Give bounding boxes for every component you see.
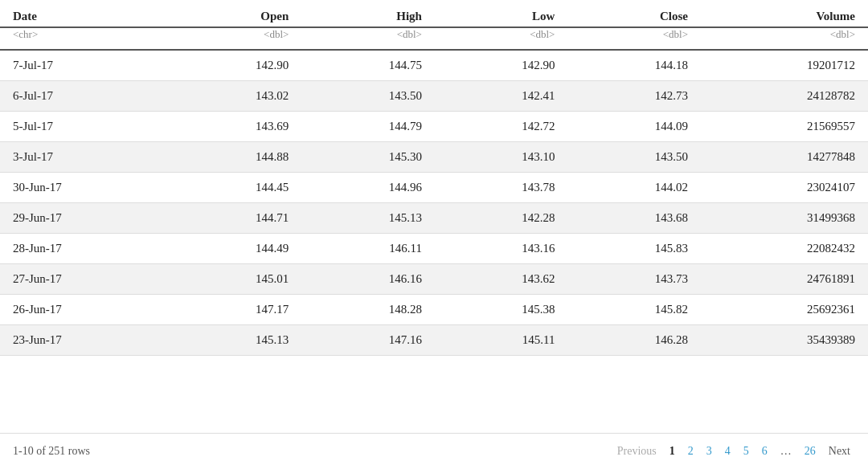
cell-5: 25692361: [701, 295, 868, 325]
cell-5: 24761891: [701, 264, 868, 295]
cell-4: 143.68: [567, 203, 701, 234]
cell-0: 5-Jul-17: [0, 112, 169, 142]
cell-3: 142.28: [435, 203, 568, 234]
cell-5: 19201712: [701, 50, 868, 81]
table-row: 3-Jul-17144.88145.30143.10143.5014277848: [0, 142, 868, 173]
table-body: 7-Jul-17142.90144.75142.90144.1819201712…: [0, 50, 868, 356]
cell-4: 144.09: [567, 112, 701, 142]
cell-3: 143.10: [435, 142, 568, 173]
table-row: 23-Jun-17145.13147.16145.11146.283543938…: [0, 325, 868, 356]
col-high: High: [301, 0, 435, 27]
cell-3: 143.62: [435, 264, 568, 295]
page-3[interactable]: 3: [702, 443, 717, 459]
data-table: Date Open High Low Close Volume <chr> <d…: [0, 0, 868, 356]
cell-1: 144.88: [169, 142, 302, 173]
cell-2: 145.13: [301, 203, 435, 234]
cell-5: 24128782: [701, 81, 868, 112]
cell-4: 144.18: [567, 50, 701, 81]
cell-3: 145.11: [435, 325, 568, 356]
cell-3: 142.41: [435, 81, 568, 112]
cell-2: 143.50: [301, 81, 435, 112]
page-5[interactable]: 5: [739, 443, 754, 459]
cell-2: 144.96: [301, 173, 435, 203]
table-row: 7-Jul-17142.90144.75142.90144.1819201712: [0, 50, 868, 81]
subtype-volume: <dbl>: [701, 27, 868, 50]
cell-3: 142.90: [435, 50, 568, 81]
col-open: Open: [169, 0, 302, 27]
subtype-date: <chr>: [0, 27, 169, 50]
next-button[interactable]: Next: [824, 443, 855, 459]
table-container: Date Open High Low Close Volume <chr> <d…: [0, 0, 868, 433]
cell-0: 28-Jun-17: [0, 234, 169, 264]
cell-2: 144.79: [301, 112, 435, 142]
cell-1: 143.02: [169, 81, 302, 112]
cell-1: 145.13: [169, 325, 302, 356]
page-6[interactable]: 6: [757, 443, 772, 459]
subtype-low: <dbl>: [435, 27, 568, 50]
subtype-open: <dbl>: [169, 27, 302, 50]
table-row: 5-Jul-17143.69144.79142.72144.0921569557: [0, 112, 868, 142]
col-low: Low: [435, 0, 568, 27]
cell-5: 22082432: [701, 234, 868, 264]
cell-0: 29-Jun-17: [0, 203, 169, 234]
cell-0: 30-Jun-17: [0, 173, 169, 203]
cell-2: 146.16: [301, 264, 435, 295]
cell-0: 6-Jul-17: [0, 81, 169, 112]
cell-5: 21569557: [701, 112, 868, 142]
table-row: 29-Jun-17144.71145.13142.28143.683149936…: [0, 203, 868, 234]
subtype-high: <dbl>: [301, 27, 435, 50]
table-row: 27-Jun-17145.01146.16143.62143.732476189…: [0, 264, 868, 295]
cell-5: 14277848: [701, 142, 868, 173]
cell-3: 143.16: [435, 234, 568, 264]
cell-4: 143.73: [567, 264, 701, 295]
cell-4: 143.50: [567, 142, 701, 173]
page-last[interactable]: 26: [800, 443, 821, 459]
cell-0: 27-Jun-17: [0, 264, 169, 295]
cell-1: 142.90: [169, 50, 302, 81]
cell-3: 142.72: [435, 112, 568, 142]
cell-3: 145.38: [435, 295, 568, 325]
cell-2: 145.30: [301, 142, 435, 173]
table-row: 30-Jun-17144.45144.96143.78144.022302410…: [0, 173, 868, 203]
previous-button[interactable]: Previous: [612, 443, 661, 459]
page-1[interactable]: 1: [665, 443, 680, 459]
cell-0: 3-Jul-17: [0, 142, 169, 173]
cell-4: 146.28: [567, 325, 701, 356]
cell-5: 31499368: [701, 203, 868, 234]
table-footer: 1-10 of 251 rows Previous 1 2 3 4 5 6 … …: [0, 433, 868, 469]
cell-4: 144.02: [567, 173, 701, 203]
rows-info: 1-10 of 251 rows: [13, 445, 612, 458]
col-close: Close: [567, 0, 701, 27]
cell-4: 145.82: [567, 295, 701, 325]
cell-2: 147.16: [301, 325, 435, 356]
cell-1: 144.49: [169, 234, 302, 264]
page-2[interactable]: 2: [683, 443, 698, 459]
cell-1: 144.45: [169, 173, 302, 203]
pagination: Previous 1 2 3 4 5 6 … 26 Next: [612, 443, 855, 459]
col-date: Date: [0, 0, 169, 27]
cell-4: 145.83: [567, 234, 701, 264]
cell-1: 143.69: [169, 112, 302, 142]
cell-0: 26-Jun-17: [0, 295, 169, 325]
table-row: 26-Jun-17147.17148.28145.38145.822569236…: [0, 295, 868, 325]
subtype-close: <dbl>: [567, 27, 701, 50]
cell-5: 23024107: [701, 173, 868, 203]
cell-2: 148.28: [301, 295, 435, 325]
cell-5: 35439389: [701, 325, 868, 356]
cell-2: 144.75: [301, 50, 435, 81]
cell-1: 144.71: [169, 203, 302, 234]
table-row: 28-Jun-17144.49146.11143.16145.832208243…: [0, 234, 868, 264]
column-headers: Date Open High Low Close Volume: [0, 0, 868, 27]
cell-1: 145.01: [169, 264, 302, 295]
cell-0: 7-Jul-17: [0, 50, 169, 81]
column-subtypes: <chr> <dbl> <dbl> <dbl> <dbl> <dbl>: [0, 27, 868, 50]
cell-4: 142.73: [567, 81, 701, 112]
cell-1: 147.17: [169, 295, 302, 325]
table-row: 6-Jul-17143.02143.50142.41142.7324128782: [0, 81, 868, 112]
cell-0: 23-Jun-17: [0, 325, 169, 356]
cell-2: 146.11: [301, 234, 435, 264]
page-4[interactable]: 4: [720, 443, 735, 459]
ellipsis: …: [776, 443, 796, 459]
col-volume: Volume: [701, 0, 868, 27]
cell-3: 143.78: [435, 173, 568, 203]
